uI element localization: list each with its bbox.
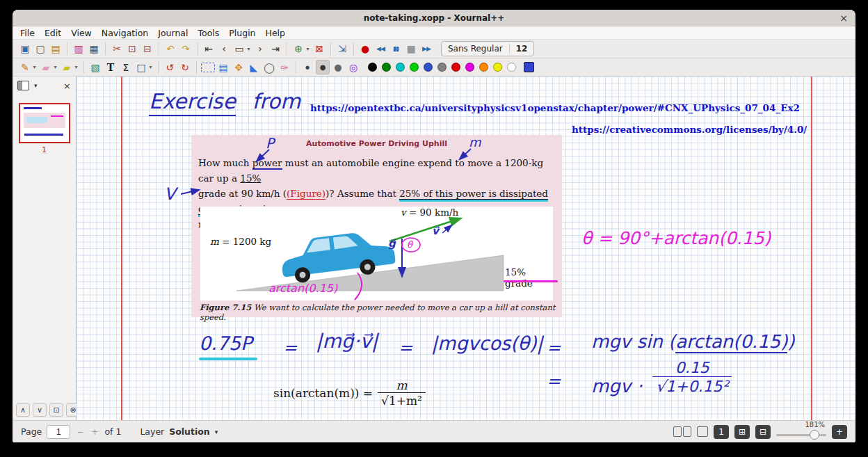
insert-image-icon[interactable]: ▧ bbox=[88, 60, 102, 74]
eraser-caret[interactable]: ▾ bbox=[52, 60, 58, 74]
text-tool-icon[interactable]: T bbox=[104, 60, 118, 74]
page-indicator-button[interactable]: 1 bbox=[714, 425, 729, 439]
zoom-in-button[interactable]: + bbox=[832, 425, 847, 439]
shape-tool-icon[interactable]: □ bbox=[134, 60, 148, 74]
menu-tools[interactable]: Tools bbox=[193, 28, 224, 38]
page-thumbnail[interactable] bbox=[19, 103, 70, 143]
copy-icon[interactable]: ⊡ bbox=[125, 42, 139, 56]
pen-caret[interactable]: ▾ bbox=[31, 60, 38, 74]
page-decrement-button[interactable]: − bbox=[75, 427, 85, 437]
current-color-swatch[interactable] bbox=[524, 62, 534, 72]
color-cyan-swatch[interactable] bbox=[396, 63, 405, 72]
previous-page-icon[interactable]: ‹ bbox=[217, 42, 231, 56]
color-magenta-swatch[interactable] bbox=[465, 63, 474, 72]
color-green-swatch[interactable] bbox=[382, 63, 391, 72]
layer-caret-icon[interactable]: ▾ bbox=[215, 428, 218, 435]
pause-icon[interactable]: ▮▮ bbox=[389, 42, 403, 56]
preview-down-button[interactable]: ∨ bbox=[33, 403, 47, 417]
add-page-icon[interactable]: ⊕ bbox=[291, 42, 305, 56]
thickness-medium-icon[interactable]: ● bbox=[316, 60, 330, 74]
thickness-thick-icon[interactable]: ● bbox=[331, 60, 345, 74]
duplicate-page-button[interactable]: ⊡ bbox=[49, 403, 63, 417]
rewind-icon[interactable]: ◀◀ bbox=[373, 42, 387, 56]
preview-up-button[interactable]: ∧ bbox=[16, 403, 30, 417]
font-selector[interactable]: Sans Regular 12 bbox=[441, 41, 534, 56]
dual-page-view-icon[interactable] bbox=[673, 426, 691, 437]
highlighter-tool-icon[interactable]: ▰ bbox=[60, 60, 74, 74]
font-size[interactable]: 12 bbox=[509, 44, 534, 54]
sidebar-caret-icon[interactable]: ▾ bbox=[34, 82, 38, 89]
shape-caret[interactable]: ▾ bbox=[147, 60, 154, 74]
math-tex-icon[interactable]: Σ bbox=[119, 60, 133, 74]
color-black-swatch[interactable] bbox=[368, 63, 377, 72]
close-window-icon[interactable]: × bbox=[839, 13, 848, 23]
color-blue-swatch[interactable] bbox=[424, 63, 433, 72]
new-document-icon[interactable]: ▢ bbox=[33, 42, 47, 56]
color-lightgreen-swatch[interactable] bbox=[410, 63, 419, 72]
thickness-fine-icon[interactable]: ● bbox=[300, 60, 314, 74]
menu-edit[interactable]: Edit bbox=[40, 28, 66, 38]
first-page-icon[interactable]: ⇤ bbox=[202, 42, 216, 56]
brush-tool-icon[interactable]: ✑ bbox=[278, 60, 291, 74]
page-number-input[interactable] bbox=[47, 425, 70, 439]
presentation-mode-icon[interactable] bbox=[697, 426, 708, 437]
open-icon[interactable]: ▤ bbox=[49, 42, 63, 56]
print-icon[interactable]: ▦ bbox=[87, 42, 101, 56]
menu-file[interactable]: File bbox=[15, 28, 40, 38]
pen-tool-icon[interactable]: ✎ bbox=[18, 60, 32, 74]
eraser-tool-icon[interactable]: ▰ bbox=[39, 60, 53, 74]
shape-recognizer-icon[interactable]: ↺ bbox=[163, 60, 177, 74]
vertical-space-icon[interactable]: ▤ bbox=[216, 60, 230, 74]
menu-plugin[interactable]: Plugin bbox=[224, 28, 260, 38]
color-gray-swatch[interactable] bbox=[437, 63, 447, 72]
goto-page-caret[interactable]: ▾ bbox=[246, 42, 252, 56]
paste-icon[interactable]: ⊟ bbox=[140, 42, 154, 56]
compass-icon[interactable]: ◯ bbox=[262, 60, 276, 74]
forward-icon[interactable]: ▶▶ bbox=[419, 42, 433, 56]
cut-icon[interactable]: ✂ bbox=[110, 42, 124, 56]
snapping-icon[interactable]: ↻ bbox=[178, 60, 192, 74]
save-icon[interactable]: ▣ bbox=[18, 42, 32, 56]
math-term-3: mgv sin (arctan(0.15)) bbox=[591, 331, 794, 352]
menu-help[interactable]: Help bbox=[261, 28, 291, 38]
font-name[interactable]: Sans Regular bbox=[442, 44, 509, 54]
zoom-original-button[interactable]: ⊟ bbox=[755, 425, 771, 439]
next-page-icon[interactable]: › bbox=[253, 42, 267, 56]
undo-icon[interactable]: ↶ bbox=[163, 42, 177, 56]
select-rectangle-icon[interactable] bbox=[201, 63, 215, 72]
document-canvas[interactable]: Exercise from https://opentextbc.ca/univ… bbox=[77, 77, 855, 420]
zoom-slider-handle[interactable] bbox=[810, 430, 819, 440]
stop-icon[interactable]: ■ bbox=[404, 42, 418, 56]
redo-icon[interactable]: ↷ bbox=[179, 42, 193, 56]
menu-navigation[interactable]: Navigation bbox=[97, 28, 153, 38]
lasso-tool-icon[interactable]: ◎ bbox=[346, 60, 360, 74]
color-white-swatch[interactable] bbox=[507, 63, 516, 72]
menu-journal[interactable]: Journal bbox=[153, 28, 193, 38]
layer-value[interactable]: Solution bbox=[169, 426, 210, 437]
sidebar-close-icon[interactable]: × bbox=[63, 81, 71, 91]
ruler-icon[interactable]: ◣ bbox=[247, 60, 261, 74]
goto-page-icon[interactable]: ▭ bbox=[232, 42, 246, 56]
math-lhs: 0.75P bbox=[199, 332, 252, 354]
license-url[interactable]: https://creativecommons.org/licenses/by/… bbox=[572, 124, 807, 135]
highlighter-caret[interactable]: ▾ bbox=[73, 60, 79, 74]
zoom-fit-button[interactable]: ⊞ bbox=[734, 425, 750, 439]
sidebar-layout-icon[interactable] bbox=[17, 81, 29, 90]
record-audio-icon[interactable]: ● bbox=[358, 42, 372, 56]
color-yellow-swatch[interactable] bbox=[493, 63, 502, 72]
page-increment-button[interactable]: + bbox=[90, 427, 99, 437]
export-pdf-icon[interactable]: ▥ bbox=[72, 42, 86, 56]
last-page-icon[interactable]: ⇥ bbox=[268, 42, 282, 56]
color-orange-swatch[interactable] bbox=[479, 63, 488, 72]
color-red-swatch[interactable] bbox=[451, 63, 460, 72]
fullscreen-icon[interactable]: ⇲ bbox=[335, 42, 349, 56]
figure-link[interactable]: (Figure) bbox=[287, 188, 326, 200]
menu-view[interactable]: View bbox=[66, 28, 97, 38]
problem-line1: How much power must an automobile engine… bbox=[198, 155, 556, 186]
delete-page-icon[interactable]: ⊠ bbox=[312, 42, 326, 56]
source-url[interactable]: https://opentextbc.ca/universityphysicsv… bbox=[310, 102, 800, 113]
toolbar-separator bbox=[196, 61, 197, 74]
hand-tool-icon[interactable]: ✥ bbox=[232, 60, 246, 74]
add-page-caret[interactable]: ▾ bbox=[305, 42, 311, 56]
xournal-window: note-taking.xopp - Xournal++ × File Edit… bbox=[13, 10, 855, 442]
